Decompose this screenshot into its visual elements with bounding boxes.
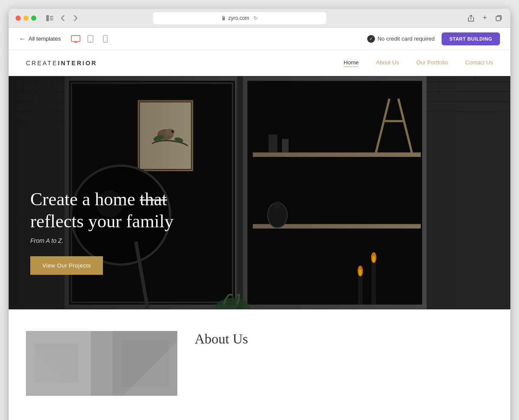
no-cc-badge: ✓ No credit card required — [367, 35, 435, 43]
nav-portfolio[interactable]: Our Portfolio — [416, 59, 448, 67]
svg-rect-65 — [91, 331, 112, 396]
browser-controls — [45, 13, 80, 23]
mobile-view-button[interactable] — [100, 34, 110, 44]
about-image — [26, 331, 177, 396]
hero-headline-line1: Create a home that — [30, 189, 167, 209]
browser-window: zyro.com ↻ + ← All templates — [9, 9, 510, 420]
nav-about[interactable]: About Us — [376, 59, 399, 67]
hero-section: Create a home that reflects your family … — [9, 76, 510, 309]
hero-subtext: From A to Z. — [30, 237, 173, 244]
svg-rect-5 — [496, 16, 500, 21]
minimize-button[interactable] — [23, 16, 29, 21]
svg-rect-66 — [112, 331, 177, 396]
svg-rect-63 — [26, 331, 177, 396]
site-header: CREATEINTERIOR Home About Us Our Portfol… — [9, 50, 510, 76]
site-nav: Home About Us Our Portfolio Contact Us — [344, 59, 493, 67]
svg-point-10 — [105, 41, 106, 41]
desktop-view-button[interactable] — [71, 34, 80, 44]
maximize-button[interactable] — [31, 16, 36, 21]
share-icon[interactable] — [466, 13, 476, 23]
svg-rect-1 — [50, 16, 53, 17]
tablet-view-button[interactable] — [86, 34, 95, 44]
site-logo: CREATEINTERIOR — [26, 59, 97, 67]
about-image-svg — [26, 331, 177, 396]
svg-rect-3 — [50, 19, 53, 20]
forward-nav-button[interactable] — [71, 13, 80, 23]
back-arrow-icon: ← — [19, 35, 26, 43]
svg-rect-4 — [222, 17, 225, 20]
url-text: zyro.com — [228, 15, 250, 21]
close-button[interactable] — [16, 16, 21, 21]
hero-headline: Create a home that reflects your family — [30, 188, 173, 232]
lock-icon — [221, 15, 226, 21]
nav-home[interactable]: Home — [344, 59, 359, 67]
svg-point-8 — [90, 41, 91, 41]
svg-rect-0 — [46, 15, 49, 21]
reload-icon[interactable]: ↻ — [253, 15, 258, 21]
browser-actions: + — [466, 13, 503, 23]
check-icon: ✓ — [367, 35, 375, 43]
toolbar-right: ✓ No credit card required START BUILDING — [367, 32, 500, 45]
hero-strikethrough-word: that — [140, 189, 167, 209]
website-preview: CREATEINTERIOR Home About Us Our Portfol… — [9, 50, 510, 420]
start-building-button[interactable]: START BUILDING — [442, 32, 500, 45]
hero-cta-button[interactable]: View Our Projects — [30, 256, 103, 275]
svg-rect-6 — [71, 35, 80, 41]
about-content: About Us — [195, 331, 248, 347]
svg-rect-64 — [26, 331, 91, 396]
traffic-lights — [16, 16, 36, 21]
hero-headline-line2: reflects your family — [30, 211, 173, 231]
about-heading: About Us — [195, 331, 248, 347]
sidebar-toggle-icon[interactable] — [45, 13, 54, 23]
about-section: About Us — [9, 309, 510, 417]
svg-rect-2 — [50, 18, 53, 19]
no-cc-label: No credit card required — [378, 35, 435, 42]
browser-titlebar: zyro.com ↻ + — [9, 9, 510, 28]
new-tab-icon[interactable]: + — [480, 13, 490, 23]
windows-icon[interactable] — [494, 13, 503, 23]
back-label: All templates — [29, 35, 61, 42]
hero-content: Create a home that reflects your family … — [30, 188, 173, 275]
device-switcher — [71, 34, 110, 44]
back-to-templates-link[interactable]: ← All templates — [19, 35, 61, 43]
nav-contact[interactable]: Contact Us — [465, 59, 493, 67]
template-toolbar: ← All templates — [9, 28, 510, 50]
svg-rect-67 — [35, 344, 78, 383]
svg-rect-68 — [121, 340, 169, 387]
address-bar[interactable]: zyro.com ↻ — [153, 12, 326, 24]
back-nav-button[interactable] — [58, 13, 67, 23]
